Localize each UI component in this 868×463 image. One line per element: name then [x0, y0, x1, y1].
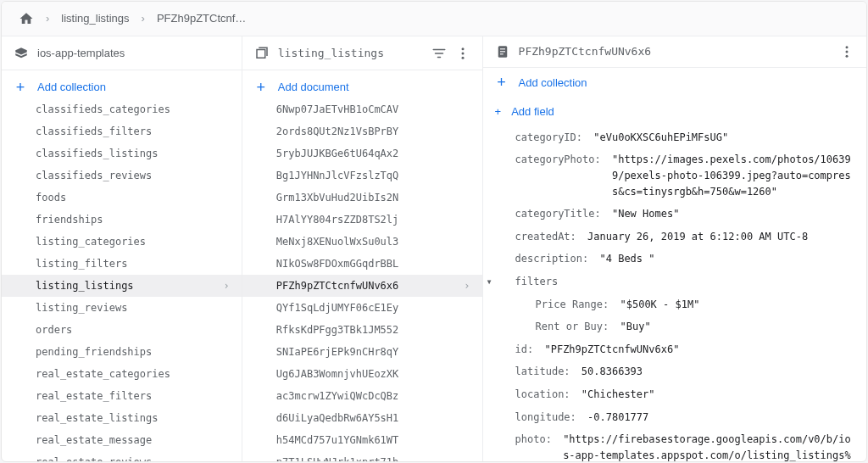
svg-point-2 [461, 56, 464, 59]
field-list: + Add field categoryID: "eVu0oKXSC6uhEPi… [483, 98, 866, 461]
list-item-label: Ug6JAB3WomnjvhUEozXK [276, 368, 399, 380]
list-item[interactable]: foods [2, 187, 242, 209]
list-item-label: listing_listings [36, 280, 134, 292]
list-item-label: SNIaPE6rjEPk9nCHr8qY [276, 346, 399, 358]
list-item[interactable]: RfksKdPFgg3TBk1JM552 [242, 319, 482, 341]
caret-down-icon[interactable]: ▾ [487, 274, 492, 290]
field-row[interactable]: location: "Chichester" [495, 383, 854, 406]
field-row[interactable]: photo: "https://firebasestorage.googleap… [495, 428, 854, 461]
add-label: Add collection [519, 76, 587, 89]
field-row[interactable]: latitude: 50.8366393 [495, 360, 854, 383]
list-item[interactable]: Bg1JYHNnJlcVFzslzTqQ [242, 165, 482, 187]
list-item[interactable]: PFZh9pZTCtcnfwUNv6x6› [242, 275, 482, 297]
chevron-right-icon: › [142, 12, 145, 25]
list-item-label: real_estate_reviews [36, 456, 152, 461]
field-row[interactable]: description: "4 Beds " [495, 248, 854, 271]
field-row[interactable]: Rent or Buy: "Buy" [495, 315, 854, 338]
chevron-right-icon: › [46, 12, 49, 25]
list-item[interactable]: 6Nwp07JaETvHB1oCmCAV [242, 98, 482, 120]
list-item[interactable]: real_estate_filters [2, 385, 242, 407]
collection-icon [254, 46, 270, 61]
pane-collection: listing_listings + Add document 6Nwp07Ja… [242, 36, 483, 461]
list-item[interactable]: classifieds_reviews [2, 165, 242, 187]
list-item[interactable]: SNIaPE6rjEPk9nCHr8qY [242, 341, 482, 363]
list-item-label: MeNxj8XENuolWxSu0ul3 [276, 236, 399, 248]
list-item-label: friendships [36, 214, 103, 226]
list-item[interactable]: 2ords8QUt2Nz1VsBPrBY [242, 120, 482, 142]
list-item[interactable]: listing_categories [2, 231, 242, 253]
list-item[interactable]: real_estate_reviews [2, 451, 242, 461]
more-vert-icon[interactable] [839, 44, 854, 59]
document-list: 6Nwp07JaETvHB1oCmCAV2ords8QUt2Nz1VsBPrBY… [242, 98, 482, 461]
field-row[interactable]: id: "PFZh9pZTCtcnfwUNv6x6" [495, 338, 854, 361]
field-row[interactable]: categoryTitle: "New Homes" [495, 203, 854, 226]
list-item[interactable]: ac3mcrw1ZYwiQWcDcQBz [242, 385, 482, 407]
home-icon[interactable] [19, 11, 34, 26]
add-field-button[interactable]: + Add field [495, 98, 854, 126]
pane-title: PFZh9pZTCtcnfwUNv6x6 [519, 45, 831, 58]
list-item-label: h54MCd757u1YGNmk61WT [276, 434, 399, 446]
list-item[interactable]: real_estate_categories [2, 363, 242, 385]
svg-point-0 [461, 47, 464, 50]
list-item-label: Grm13XbVuHud2UibIs2N [276, 192, 399, 204]
svg-point-8 [846, 50, 849, 53]
field-row[interactable]: Price Range: "$500K - $1M" [495, 293, 854, 316]
list-item[interactable]: QYf1SqLdjUMYF06cE1Ey [242, 297, 482, 319]
list-item-label: real_estate_listings [36, 412, 159, 424]
field-row[interactable]: longitude: -0.7801777 [495, 406, 854, 429]
list-item[interactable]: pending_friendships [2, 341, 242, 363]
list-item[interactable]: classifieds_categories [2, 98, 242, 120]
list-item[interactable]: listing_reviews [2, 297, 242, 319]
field-row[interactable]: categoryPhoto: "https://images.pexels.co… [495, 148, 854, 203]
list-item[interactable]: NIkOSw8FDOxmGGqdrBBL [242, 253, 482, 275]
list-item[interactable]: 5rybJUJKBGe6tU64qAx2 [242, 142, 482, 165]
add-label: Add collection [37, 81, 106, 93]
add-collection-button[interactable]: + Add collection [483, 68, 866, 98]
list-item[interactable]: classifieds_filters [2, 120, 242, 142]
list-item[interactable]: classifieds_listings [2, 142, 242, 165]
list-item[interactable]: listing_filters [2, 253, 242, 275]
list-item[interactable]: friendships [2, 209, 242, 231]
app-frame: › listing_listings › PFZh9pZTCtcnf… ios-… [1, 1, 867, 462]
list-item-label: listing_categories [36, 236, 146, 248]
list-item-label: real_estate_categories [36, 368, 170, 380]
svg-point-7 [846, 46, 849, 48]
list-item-label: ac3mcrw1ZYwiQWcDcQBz [276, 390, 399, 402]
list-item[interactable]: Ug6JAB3WomnjvhUEozXK [242, 363, 482, 385]
plus-icon: + [495, 75, 509, 90]
add-label: Add document [278, 81, 349, 93]
list-item[interactable]: orders [2, 319, 242, 341]
list-item[interactable]: real_estate_message [2, 429, 242, 451]
list-item-label: d6UiLyaQedbRw6AY5sH1 [276, 412, 399, 424]
pane-document: PFZh9pZTCtcnfwUNv6x6 + Add collection + … [483, 36, 866, 461]
chevron-right-icon: › [224, 280, 230, 292]
list-item-label: p7T1LSHwNJrk1xprt71b [276, 456, 399, 461]
field-row[interactable]: categoryID: "eVu0oKXSC6uhEPiMFsUG" [495, 126, 854, 149]
pane-header: ios-app-templates [2, 36, 242, 71]
list-item[interactable]: p7T1LSHwNJrk1xprt71b [242, 451, 482, 461]
svg-rect-4 [500, 48, 505, 49]
breadcrumb-item: PFZh9pZTCtcnf… [157, 12, 246, 25]
database-icon [14, 46, 29, 61]
list-item[interactable]: d6UiLyaQedbRw6AY5sH1 [242, 407, 482, 429]
list-item[interactable]: H7AlYY804rsZZD8TS2lj [242, 209, 482, 231]
list-item[interactable]: h54MCd757u1YGNmk61WT [242, 429, 482, 451]
list-item[interactable]: MeNxj8XENuolWxSu0ul3 [242, 231, 482, 253]
list-item-label: pending_friendships [36, 346, 152, 358]
filter-icon[interactable] [431, 46, 447, 61]
list-item[interactable]: real_estate_listings [2, 407, 242, 429]
svg-point-9 [846, 54, 849, 57]
pane-header: PFZh9pZTCtcnfwUNv6x6 [483, 36, 866, 68]
field-row[interactable]: createdAt: January 26, 2019 at 6:12:00 A… [495, 226, 854, 248]
list-item-label: 2ords8QUt2Nz1VsBPrBY [276, 126, 399, 137]
list-item-label: real_estate_message [36, 434, 152, 446]
svg-rect-5 [500, 51, 505, 52]
list-item-label: classifieds_listings [36, 148, 159, 159]
more-vert-icon[interactable] [455, 46, 470, 61]
list-item-label: classifieds_filters [36, 126, 152, 137]
svg-rect-6 [500, 53, 504, 54]
list-item[interactable]: listing_listings› [2, 275, 242, 297]
breadcrumb-item[interactable]: listing_listings [61, 12, 129, 25]
field-row[interactable]: ▾ filters [495, 271, 854, 293]
list-item[interactable]: Grm13XbVuHud2UibIs2N [242, 187, 482, 209]
